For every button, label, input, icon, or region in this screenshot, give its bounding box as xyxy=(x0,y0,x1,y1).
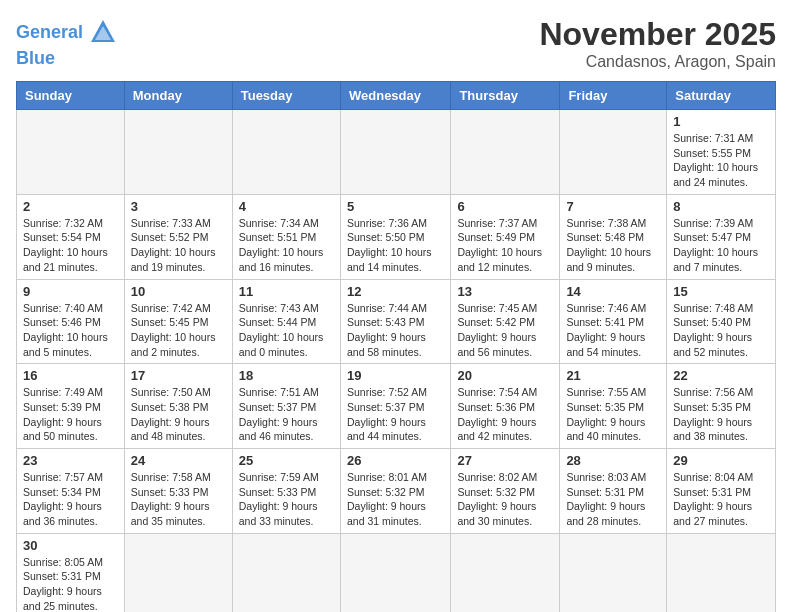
calendar-week-row: 30Sunrise: 8:05 AM Sunset: 5:31 PM Dayli… xyxy=(17,533,776,612)
day-info: Sunrise: 8:01 AM Sunset: 5:32 PM Dayligh… xyxy=(347,470,444,529)
day-info: Sunrise: 7:59 AM Sunset: 5:33 PM Dayligh… xyxy=(239,470,334,529)
calendar-week-row: 23Sunrise: 7:57 AM Sunset: 5:34 PM Dayli… xyxy=(17,449,776,534)
day-number: 25 xyxy=(239,453,334,468)
day-number: 6 xyxy=(457,199,553,214)
calendar-cell xyxy=(451,110,560,195)
calendar-cell: 6Sunrise: 7:37 AM Sunset: 5:49 PM Daylig… xyxy=(451,194,560,279)
day-info: Sunrise: 7:55 AM Sunset: 5:35 PM Dayligh… xyxy=(566,385,660,444)
day-number: 4 xyxy=(239,199,334,214)
calendar-cell: 3Sunrise: 7:33 AM Sunset: 5:52 PM Daylig… xyxy=(124,194,232,279)
day-info: Sunrise: 8:04 AM Sunset: 5:31 PM Dayligh… xyxy=(673,470,769,529)
calendar-cell xyxy=(340,533,450,612)
day-info: Sunrise: 7:57 AM Sunset: 5:34 PM Dayligh… xyxy=(23,470,118,529)
day-number: 17 xyxy=(131,368,226,383)
day-number: 2 xyxy=(23,199,118,214)
calendar-subtitle: Candasnos, Aragon, Spain xyxy=(539,53,776,71)
calendar-week-row: 16Sunrise: 7:49 AM Sunset: 5:39 PM Dayli… xyxy=(17,364,776,449)
calendar-cell: 21Sunrise: 7:55 AM Sunset: 5:35 PM Dayli… xyxy=(560,364,667,449)
day-info: Sunrise: 7:54 AM Sunset: 5:36 PM Dayligh… xyxy=(457,385,553,444)
day-info: Sunrise: 7:58 AM Sunset: 5:33 PM Dayligh… xyxy=(131,470,226,529)
day-info: Sunrise: 7:40 AM Sunset: 5:46 PM Dayligh… xyxy=(23,301,118,360)
calendar-cell: 26Sunrise: 8:01 AM Sunset: 5:32 PM Dayli… xyxy=(340,449,450,534)
calendar-cell: 5Sunrise: 7:36 AM Sunset: 5:50 PM Daylig… xyxy=(340,194,450,279)
day-number: 19 xyxy=(347,368,444,383)
weekday-header-wednesday: Wednesday xyxy=(340,82,450,110)
calendar-cell: 9Sunrise: 7:40 AM Sunset: 5:46 PM Daylig… xyxy=(17,279,125,364)
weekday-header-sunday: Sunday xyxy=(17,82,125,110)
day-info: Sunrise: 7:33 AM Sunset: 5:52 PM Dayligh… xyxy=(131,216,226,275)
day-info: Sunrise: 7:50 AM Sunset: 5:38 PM Dayligh… xyxy=(131,385,226,444)
day-number: 20 xyxy=(457,368,553,383)
calendar-cell: 23Sunrise: 7:57 AM Sunset: 5:34 PM Dayli… xyxy=(17,449,125,534)
day-info: Sunrise: 7:42 AM Sunset: 5:45 PM Dayligh… xyxy=(131,301,226,360)
day-number: 10 xyxy=(131,284,226,299)
day-info: Sunrise: 8:03 AM Sunset: 5:31 PM Dayligh… xyxy=(566,470,660,529)
weekday-header-monday: Monday xyxy=(124,82,232,110)
day-info: Sunrise: 8:05 AM Sunset: 5:31 PM Dayligh… xyxy=(23,555,118,612)
weekday-header-tuesday: Tuesday xyxy=(232,82,340,110)
calendar-cell xyxy=(17,110,125,195)
logo-triangle-icon xyxy=(89,18,117,46)
calendar-cell xyxy=(124,110,232,195)
day-number: 1 xyxy=(673,114,769,129)
day-number: 29 xyxy=(673,453,769,468)
logo-blue: Blue xyxy=(16,48,117,69)
calendar-title: November 2025 xyxy=(539,16,776,53)
day-number: 12 xyxy=(347,284,444,299)
calendar-cell xyxy=(560,110,667,195)
day-info: Sunrise: 7:32 AM Sunset: 5:54 PM Dayligh… xyxy=(23,216,118,275)
calendar-cell xyxy=(124,533,232,612)
day-info: Sunrise: 7:56 AM Sunset: 5:35 PM Dayligh… xyxy=(673,385,769,444)
day-info: Sunrise: 7:37 AM Sunset: 5:49 PM Dayligh… xyxy=(457,216,553,275)
calendar-cell xyxy=(232,110,340,195)
day-number: 21 xyxy=(566,368,660,383)
calendar-cell xyxy=(340,110,450,195)
day-number: 26 xyxy=(347,453,444,468)
day-info: Sunrise: 7:31 AM Sunset: 5:55 PM Dayligh… xyxy=(673,131,769,190)
weekday-header-thursday: Thursday xyxy=(451,82,560,110)
day-info: Sunrise: 7:44 AM Sunset: 5:43 PM Dayligh… xyxy=(347,301,444,360)
day-info: Sunrise: 8:02 AM Sunset: 5:32 PM Dayligh… xyxy=(457,470,553,529)
day-number: 18 xyxy=(239,368,334,383)
calendar-cell: 13Sunrise: 7:45 AM Sunset: 5:42 PM Dayli… xyxy=(451,279,560,364)
weekday-header-saturday: Saturday xyxy=(667,82,776,110)
day-info: Sunrise: 7:48 AM Sunset: 5:40 PM Dayligh… xyxy=(673,301,769,360)
calendar-cell: 19Sunrise: 7:52 AM Sunset: 5:37 PM Dayli… xyxy=(340,364,450,449)
calendar-week-row: 1Sunrise: 7:31 AM Sunset: 5:55 PM Daylig… xyxy=(17,110,776,195)
day-number: 8 xyxy=(673,199,769,214)
day-number: 24 xyxy=(131,453,226,468)
calendar-cell xyxy=(451,533,560,612)
day-number: 9 xyxy=(23,284,118,299)
day-info: Sunrise: 7:49 AM Sunset: 5:39 PM Dayligh… xyxy=(23,385,118,444)
header: General Blue November 2025 Candasnos, Ar… xyxy=(16,16,776,71)
calendar-cell: 10Sunrise: 7:42 AM Sunset: 5:45 PM Dayli… xyxy=(124,279,232,364)
day-number: 7 xyxy=(566,199,660,214)
calendar-cell xyxy=(667,533,776,612)
logo-text: General xyxy=(16,23,83,43)
calendar-cell: 27Sunrise: 8:02 AM Sunset: 5:32 PM Dayli… xyxy=(451,449,560,534)
logo: General Blue xyxy=(16,16,117,69)
day-number: 13 xyxy=(457,284,553,299)
day-info: Sunrise: 7:36 AM Sunset: 5:50 PM Dayligh… xyxy=(347,216,444,275)
calendar-cell xyxy=(232,533,340,612)
day-info: Sunrise: 7:51 AM Sunset: 5:37 PM Dayligh… xyxy=(239,385,334,444)
calendar-cell: 29Sunrise: 8:04 AM Sunset: 5:31 PM Dayli… xyxy=(667,449,776,534)
day-number: 28 xyxy=(566,453,660,468)
day-info: Sunrise: 7:39 AM Sunset: 5:47 PM Dayligh… xyxy=(673,216,769,275)
day-info: Sunrise: 7:46 AM Sunset: 5:41 PM Dayligh… xyxy=(566,301,660,360)
day-number: 23 xyxy=(23,453,118,468)
calendar-cell: 18Sunrise: 7:51 AM Sunset: 5:37 PM Dayli… xyxy=(232,364,340,449)
day-info: Sunrise: 7:34 AM Sunset: 5:51 PM Dayligh… xyxy=(239,216,334,275)
calendar-cell: 4Sunrise: 7:34 AM Sunset: 5:51 PM Daylig… xyxy=(232,194,340,279)
day-number: 11 xyxy=(239,284,334,299)
calendar-cell: 17Sunrise: 7:50 AM Sunset: 5:38 PM Dayli… xyxy=(124,364,232,449)
calendar-cell: 30Sunrise: 8:05 AM Sunset: 5:31 PM Dayli… xyxy=(17,533,125,612)
calendar-cell: 15Sunrise: 7:48 AM Sunset: 5:40 PM Dayli… xyxy=(667,279,776,364)
calendar-cell: 14Sunrise: 7:46 AM Sunset: 5:41 PM Dayli… xyxy=(560,279,667,364)
weekday-header-row: SundayMondayTuesdayWednesdayThursdayFrid… xyxy=(17,82,776,110)
calendar-cell: 8Sunrise: 7:39 AM Sunset: 5:47 PM Daylig… xyxy=(667,194,776,279)
calendar-cell: 12Sunrise: 7:44 AM Sunset: 5:43 PM Dayli… xyxy=(340,279,450,364)
calendar-cell: 2Sunrise: 7:32 AM Sunset: 5:54 PM Daylig… xyxy=(17,194,125,279)
calendar-cell: 16Sunrise: 7:49 AM Sunset: 5:39 PM Dayli… xyxy=(17,364,125,449)
day-info: Sunrise: 7:45 AM Sunset: 5:42 PM Dayligh… xyxy=(457,301,553,360)
